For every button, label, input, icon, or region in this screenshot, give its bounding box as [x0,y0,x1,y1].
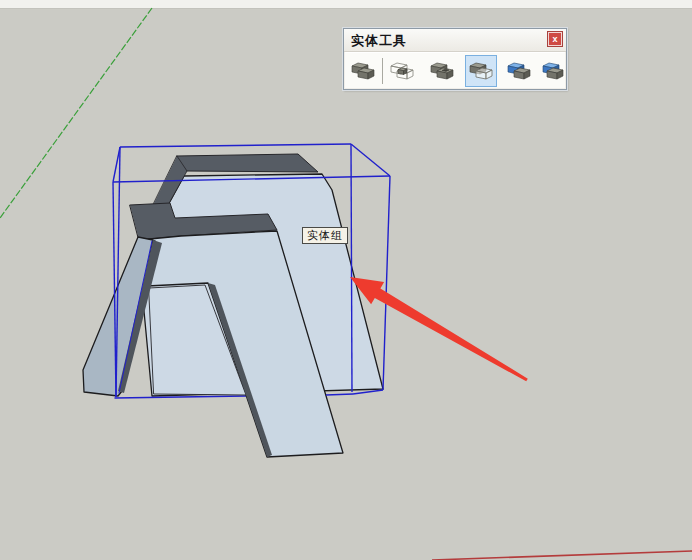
intersect-button[interactable] [386,55,418,87]
close-icon: x [552,34,557,44]
subtract-button[interactable] [465,55,497,87]
box-bottom-edge-right [326,394,353,395]
split-button[interactable] [537,55,569,87]
trim-button[interactable] [503,55,535,87]
toolbar-button-row [345,52,565,88]
union-button[interactable] [426,55,458,87]
toolbar-title-bar[interactable]: 实体工具 x [344,29,566,52]
split-icon [540,61,566,82]
back-slab-top-face [177,154,318,172]
subtract-icon [468,61,494,82]
outer-shell-button[interactable] [347,55,379,87]
app-top-strip [0,0,692,8]
selection-tooltip: 实体组 [302,227,348,244]
toolbar-title: 实体工具 [351,32,407,50]
toolbar-separator [382,58,383,84]
solid-tools-toolbar[interactable]: 实体工具 x [343,28,567,90]
union-icon [429,61,455,82]
selection-tooltip-label: 实体组 [307,229,343,241]
intersect-icon [389,61,415,82]
outer-shell-icon [350,61,376,82]
trim-icon [506,61,532,82]
close-button[interactable]: x [548,32,562,46]
